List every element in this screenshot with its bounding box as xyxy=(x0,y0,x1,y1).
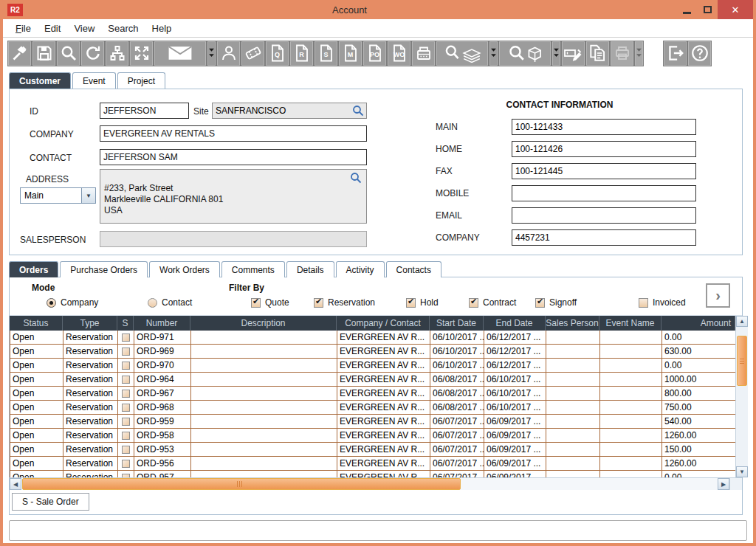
email-input[interactable] xyxy=(512,207,696,224)
site-input[interactable] xyxy=(213,103,352,118)
table-row[interactable]: OpenReservationORD-969EVERGREEN AV R...0… xyxy=(10,345,735,359)
tab-project[interactable]: Project xyxy=(117,72,165,89)
sale-order-checkbox[interactable] xyxy=(122,362,130,370)
main-input[interactable] xyxy=(512,119,696,135)
exit-button[interactable] xyxy=(663,41,687,66)
scroll-right-button[interactable]: ▶ xyxy=(718,478,729,490)
address-search-icon[interactable] xyxy=(350,172,362,184)
address-type-select[interactable]: Main ▼ xyxy=(20,187,96,204)
col-number[interactable]: Number xyxy=(134,316,190,331)
person-button[interactable] xyxy=(216,41,241,66)
refresh-button[interactable] xyxy=(80,41,105,66)
mail-more-button[interactable] xyxy=(207,41,216,66)
table-row[interactable]: OpenReservationORD-959EVERGREEN AV R...0… xyxy=(10,415,735,429)
col-company-contact[interactable]: Company / Contact xyxy=(337,316,430,331)
minimize-button[interactable] xyxy=(676,0,697,19)
mobile-input[interactable] xyxy=(512,185,696,201)
tab-event[interactable]: Event xyxy=(72,72,116,89)
scroll-left-button[interactable]: ◀ xyxy=(10,478,21,490)
quote-doc-button[interactable]: Q xyxy=(265,41,289,66)
sale-order-checkbox[interactable] xyxy=(122,418,130,426)
vertical-scrollbar[interactable]: ▲ ▼ xyxy=(735,316,748,477)
contact-input[interactable] xyxy=(100,149,367,165)
search-stack-button[interactable] xyxy=(436,41,489,66)
col-s[interactable]: S xyxy=(117,316,134,331)
sale-order-checkbox[interactable] xyxy=(122,376,130,384)
col-end-date[interactable]: End Date xyxy=(484,316,546,331)
rename-button[interactable] xyxy=(561,41,585,66)
sale-order-checkbox[interactable] xyxy=(122,460,130,468)
col-start-date[interactable]: Start Date xyxy=(430,316,484,331)
save-button[interactable] xyxy=(32,41,56,66)
misc-doc-button[interactable]: M xyxy=(338,41,362,66)
tab-contacts[interactable]: Contacts xyxy=(386,261,441,277)
sale-order-checkbox[interactable] xyxy=(122,474,130,478)
search-stack-more-button[interactable] xyxy=(489,41,498,66)
vertical-scroll-track[interactable] xyxy=(736,327,748,466)
search-item-button[interactable] xyxy=(498,41,551,66)
menu-search[interactable]: Search xyxy=(101,21,145,36)
maximize-button[interactable] xyxy=(697,0,718,19)
filter-checkbox-invoiced[interactable]: Invoiced xyxy=(639,297,686,308)
col-event-name[interactable]: Event Name xyxy=(599,316,662,331)
table-row[interactable]: OpenReservationORD-958EVERGREEN AV R...0… xyxy=(10,429,735,443)
search-item-more-button[interactable] xyxy=(551,41,561,66)
filter-checkbox-reservation[interactable]: Reservation xyxy=(314,297,375,308)
fax-input[interactable] xyxy=(512,163,696,179)
table-row[interactable]: OpenReservationORD-967EVERGREEN AV R...0… xyxy=(10,387,735,401)
mode-radio-contact[interactable]: Contact xyxy=(148,297,192,308)
col-type[interactable]: Type xyxy=(63,316,117,331)
menu-view[interactable]: View xyxy=(67,21,101,36)
work-order-doc-button[interactable]: WO xyxy=(387,41,411,66)
copy-button[interactable] xyxy=(585,41,610,66)
col-status[interactable]: Status xyxy=(10,316,63,331)
sale-order-checkbox[interactable] xyxy=(122,348,130,356)
sale-order-checkbox[interactable] xyxy=(122,432,130,440)
register-button[interactable] xyxy=(411,41,436,66)
table-row[interactable]: OpenReservationORD-971EVERGREEN AV R...0… xyxy=(10,331,735,345)
home-input[interactable] xyxy=(512,141,696,157)
tab-comments[interactable]: Comments xyxy=(221,261,285,277)
menu-edit[interactable]: Edit xyxy=(38,21,67,36)
ticket-button[interactable] xyxy=(241,41,265,66)
tab-details[interactable]: Details xyxy=(286,261,334,277)
company-input[interactable] xyxy=(512,229,696,246)
salesperson-input[interactable] xyxy=(100,231,367,247)
tab-purchase-orders[interactable]: Purchase Orders xyxy=(60,261,148,277)
sale-order-checkbox[interactable] xyxy=(122,446,130,454)
address-box[interactable]: #233, Park Street Markleeville CALIFORNI… xyxy=(100,169,367,224)
sale-order-checkbox[interactable] xyxy=(122,334,130,342)
site-field[interactable] xyxy=(212,103,367,119)
tab-work-orders[interactable]: Work Orders xyxy=(149,261,220,277)
expand-button[interactable] xyxy=(129,41,154,66)
table-row[interactable]: OpenReservationORD-956EVERGREEN AV R...0… xyxy=(10,457,735,471)
menu-file[interactable]: File xyxy=(9,21,38,36)
site-search-icon[interactable] xyxy=(352,105,364,117)
tab-customer[interactable]: Customer xyxy=(9,72,71,89)
next-page-button[interactable]: › xyxy=(706,283,730,308)
col-amount[interactable]: Amount xyxy=(662,316,735,331)
close-button[interactable]: ✕ xyxy=(718,0,753,19)
mail-button[interactable] xyxy=(154,41,207,66)
filter-checkbox-contract[interactable]: Contract xyxy=(469,297,516,308)
scroll-up-button[interactable]: ▲ xyxy=(736,316,748,327)
mode-radio-company[interactable]: Company xyxy=(47,297,98,308)
tab-activity[interactable]: Activity xyxy=(336,261,385,277)
id-input[interactable] xyxy=(100,103,189,119)
search-button[interactable] xyxy=(56,41,80,66)
menu-help[interactable]: Help xyxy=(145,21,179,36)
horizontal-scrollbar[interactable]: ◀ ▶ xyxy=(10,478,729,490)
filter-checkbox-signoff[interactable]: Signoff xyxy=(535,297,577,308)
chevron-down-icon[interactable]: ▼ xyxy=(81,188,95,203)
col-description[interactable]: Description xyxy=(190,316,337,331)
scroll-down-button[interactable]: ▼ xyxy=(736,466,748,477)
help-button[interactable] xyxy=(687,41,712,66)
table-row[interactable]: OpenReservationORD-953EVERGREEN AV R...0… xyxy=(10,443,735,457)
company-input[interactable] xyxy=(100,125,367,142)
table-row[interactable]: OpenReservationORD-964EVERGREEN AV R...0… xyxy=(10,373,735,387)
horizontal-scroll-track[interactable] xyxy=(21,478,718,490)
filter-checkbox-quote[interactable]: Quote xyxy=(251,297,289,308)
filter-checkbox-hold[interactable]: Hold xyxy=(406,297,439,308)
tab-orders[interactable]: Orders xyxy=(9,261,58,277)
sale-order-checkbox[interactable] xyxy=(122,390,130,398)
